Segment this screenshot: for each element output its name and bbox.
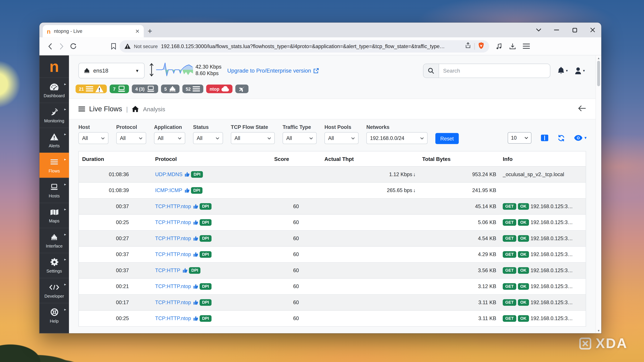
tab-search-icon[interactable] [536,28,541,32]
search-input[interactable] [439,64,550,77]
home-icon[interactable] [132,106,139,112]
scrollbar-thumb[interactable] [597,61,600,86]
filter-status: StatusAll [193,124,223,144]
thumbs-up-icon[interactable] [184,188,190,193]
thumbs-up-icon[interactable] [193,316,198,321]
traffic-badge[interactable] [236,84,248,93]
thumbs-up-icon[interactable] [184,172,190,177]
filter-select[interactable]: All [324,132,358,144]
per-page-select[interactable]: 10 [508,132,532,144]
protocol-link[interactable]: ICMP:ICMP [155,188,182,193]
thumbs-up-icon[interactable] [193,204,198,209]
sidebar-item-developer[interactable]: Developer▸ [40,278,69,303]
filter-select[interactable]: All [193,132,223,144]
scroll-down-arrow[interactable]: ▼ [597,328,600,333]
thumbs-up-icon[interactable] [193,284,198,289]
thumbs-up-icon[interactable] [193,220,198,225]
remote-hosts-badge[interactable]: 4 (3) [132,84,158,93]
local-hosts-badge[interactable]: 7 [110,84,129,93]
address-bar[interactable]: Not secure 192.168.0.125:3000/lua/flows_… [120,40,489,52]
info-cell: GETOK192.168.0.125:3… [500,263,586,279]
user-menu-button[interactable]: ▾ [575,67,585,74]
columns-button[interactable] [541,135,548,141]
reset-button[interactable]: Reset [435,133,459,144]
sidebar-item-alerts[interactable]: Alerts▸ [40,128,69,153]
filter-label: Networks [366,124,428,130]
scroll-up-arrow[interactable]: ▲ [597,55,600,61]
protocol-link[interactable]: TCP:HTTP.ntop [155,236,191,241]
sidebar-item-dashboard[interactable]: Dashboard▸ [40,78,69,103]
xda-watermark-text: XDA [596,335,628,352]
info-cell: GETOK192.168.0.125:3… [500,198,586,215]
protocol-link[interactable]: TCP:HTTP.ntop [155,252,191,257]
thumbs-up-icon[interactable] [182,268,188,273]
info-cell: GETOK192.168.0.125:3… [500,230,586,247]
column-header-actual-thpt[interactable]: Actual Thpt [321,151,419,166]
duration-cell: 00:25 [79,215,152,231]
sidebar-item-maps[interactable]: Maps▸ [40,203,69,228]
menu-icon[interactable] [522,43,530,49]
sidebar-item-flows[interactable]: Flows▸ [40,153,69,178]
devices-badge[interactable]: 5 [161,84,180,93]
visibility-menu-button[interactable]: ▼ [574,135,587,141]
browser-content: n Dashboard▸Monitoring▸Alerts▸Flows▸Host… [40,55,601,333]
thumbs-up-icon[interactable] [193,300,198,305]
filter-traffic-type: Traffic TypeAll [282,124,317,144]
column-header-duration[interactable]: Duration [79,151,152,166]
upgrade-link[interactable]: Upgrade to Pro/Enterprise version [227,67,319,74]
title-separator: | [126,105,128,112]
download-icon[interactable] [508,43,517,49]
protocol-link[interactable]: TCP:HTTP.ntop [155,284,191,289]
notifications-button[interactable]: ▾ [558,67,568,74]
browser-tab[interactable]: n ntopng - Live ✕ [43,25,144,37]
filter-select[interactable]: All [154,132,185,144]
sidebar-item-hosts[interactable]: Hosts▸ [40,178,69,203]
protocol-link[interactable]: TCP:HTTP.ntop [155,300,191,305]
maximize-button[interactable] [572,28,578,32]
alerted-flows-badge[interactable]: 21 [76,84,107,93]
sidebar-item-interface[interactable]: Interface▸ [40,228,69,253]
column-header-info[interactable]: Info [500,151,586,166]
filter-select[interactable]: All [231,132,275,144]
close-button[interactable] [590,27,596,32]
lifering-icon [50,308,58,316]
sidebar-item-help[interactable]: Help▸ [40,303,69,328]
filter-select[interactable]: All [282,132,317,144]
protocol-link[interactable]: TCP:HTTP [155,268,180,273]
filter-select[interactable]: All [116,132,146,144]
reload-icon[interactable] [68,40,79,52]
back-icon[interactable] [44,40,56,52]
refresh-button[interactable] [558,134,565,141]
filter-select[interactable]: 192.168.0.0/24 [366,132,428,144]
dpi-badge: DPI [191,171,203,178]
duration-cell: 00:25 [79,311,152,327]
column-header-score[interactable]: Score [271,151,321,166]
filter-select[interactable]: All [78,132,108,144]
media-control-icon[interactable] [495,43,503,49]
new-tab-button[interactable]: + [144,25,156,37]
flows-count-badge[interactable]: 52 [182,84,204,93]
protocol-link[interactable]: TCP:HTTP.ntop [155,220,191,225]
protocol-link[interactable]: UDP:MDNS [155,172,182,177]
sidebar-item-settings[interactable]: Settings▸ [40,253,69,278]
page-scrollbar[interactable]: ▲ ▼ [596,55,601,333]
back-arrow-icon[interactable] [578,104,586,113]
tab-close-icon[interactable]: ✕ [135,28,140,34]
share-icon[interactable] [465,42,471,50]
minimize-button[interactable] [554,29,559,30]
ntopng-logo[interactable]: n [40,55,69,78]
thumbs-up-icon[interactable] [193,236,198,241]
brave-shield-icon[interactable] [478,42,484,50]
bytes-cell: 3.56 KB [419,263,500,279]
column-header-protocol[interactable]: Protocol [152,151,271,166]
protocol-link[interactable]: TCP:HTTP.ntop [155,316,191,321]
bookmark-icon[interactable] [111,43,116,49]
ntop-cloud-badge[interactable]: ntop [206,84,232,93]
thumbs-up-icon[interactable] [193,252,198,257]
column-header-total-bytes[interactable]: Total Bytes [419,151,500,166]
interface-select[interactable]: ens18 ▼ [78,63,144,78]
protocol-link[interactable]: TCP:HTTP.ntop [155,204,191,209]
sidebar-item-monitoring[interactable]: Monitoring▸ [40,103,69,128]
forward-icon[interactable] [56,40,68,52]
search-box [423,63,550,78]
